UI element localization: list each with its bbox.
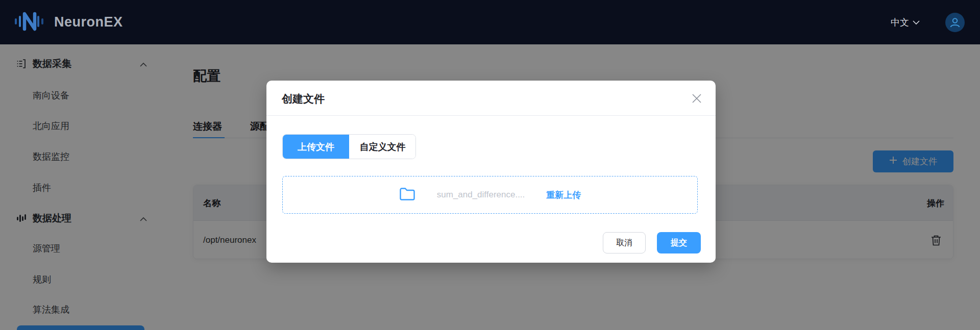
cancel-button[interactable]: 取消: [603, 232, 646, 253]
create-file-dialog: 创建文件 上传文件 自定义文件 sum_and_difference.... 重…: [266, 81, 716, 263]
uploaded-filename: sum_and_difference....: [437, 190, 525, 200]
language-label: 中文: [891, 16, 909, 29]
reupload-link[interactable]: 重新上传: [546, 189, 581, 201]
tab-upload-file[interactable]: 上传文件: [283, 135, 349, 159]
brand-name: NeuronEX: [54, 14, 123, 30]
neuronex-app: NeuronEX 中文: [0, 0, 980, 330]
folder-icon: [399, 187, 415, 203]
user-avatar[interactable]: [945, 13, 965, 32]
neuronex-logo-icon: [14, 10, 47, 35]
dialog-tab-group: 上传文件 自定义文件: [282, 134, 416, 159]
language-selector[interactable]: 中文: [891, 16, 920, 29]
dialog-header: 创建文件: [266, 81, 716, 116]
close-icon[interactable]: [691, 93, 702, 104]
upload-dropzone[interactable]: sum_and_difference.... 重新上传: [282, 176, 698, 214]
submit-button[interactable]: 提交: [657, 232, 701, 253]
tab-custom-file[interactable]: 自定义文件: [349, 135, 415, 159]
top-navbar: NeuronEX 中文: [0, 0, 980, 44]
navbar-right: 中文: [891, 0, 965, 44]
dialog-footer: 取消 提交: [603, 232, 701, 253]
chevron-down-icon: [913, 17, 920, 28]
dialog-title: 创建文件: [282, 92, 325, 106]
brand: NeuronEX: [14, 10, 123, 35]
